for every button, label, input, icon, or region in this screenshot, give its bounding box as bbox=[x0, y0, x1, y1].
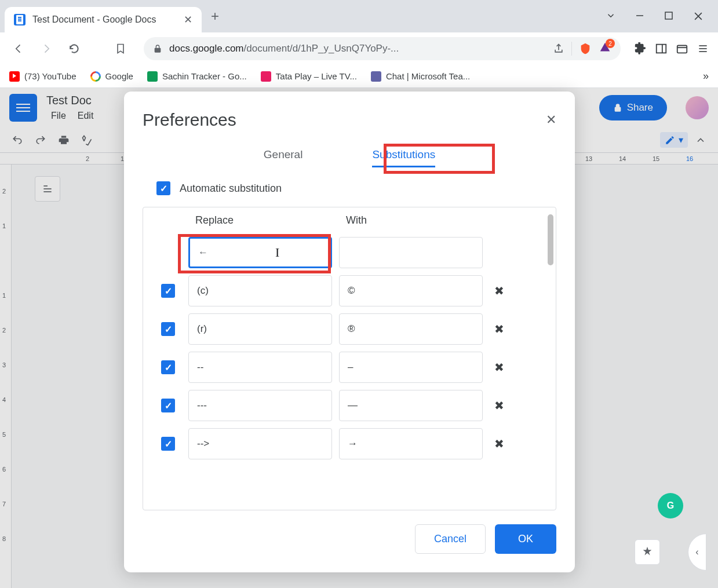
row-checkbox[interactable] bbox=[161, 322, 175, 336]
bookmark-tataplay[interactable]: Tata Play – Live TV... bbox=[261, 71, 357, 82]
with-input[interactable] bbox=[339, 275, 483, 306]
new-tab-button[interactable]: + bbox=[211, 8, 219, 24]
with-input[interactable] bbox=[339, 390, 483, 421]
browser-chrome: Test Document - Google Docs ✕ + docs.goo… bbox=[0, 0, 718, 88]
google-icon bbox=[90, 71, 101, 82]
row-checkbox[interactable] bbox=[161, 284, 175, 298]
back-button[interactable] bbox=[7, 37, 30, 60]
url-bar[interactable]: docs.google.com/document/d/1hP_y_UsnQ7Yo… bbox=[144, 37, 621, 60]
replace-input[interactable] bbox=[188, 275, 332, 306]
tab-bar: Test Document - Google Docs ✕ + bbox=[0, 0, 718, 32]
forward-button[interactable] bbox=[35, 37, 58, 60]
tab-general[interactable]: General bbox=[264, 144, 303, 167]
substitution-new-row: I bbox=[155, 233, 544, 272]
auto-substitution-checkbox[interactable] bbox=[156, 181, 170, 195]
modal-title: Preferences bbox=[143, 110, 236, 130]
collapse-icon[interactable] bbox=[693, 132, 709, 148]
sheets-icon bbox=[147, 71, 158, 82]
reload-button[interactable] bbox=[63, 37, 86, 60]
share-url-icon[interactable] bbox=[553, 43, 564, 54]
docs-favicon-icon bbox=[14, 14, 25, 25]
cancel-button[interactable]: Cancel bbox=[415, 524, 486, 554]
bookmarks-overflow-icon[interactable]: » bbox=[703, 70, 709, 82]
browser-tab[interactable]: Test Document - Google Docs ✕ bbox=[5, 7, 202, 32]
modal-tabs: General Substitutions bbox=[143, 144, 556, 167]
browser-toolbar: docs.google.com/document/d/1hP_y_UsnQ7Yo… bbox=[0, 32, 718, 65]
undo-icon[interactable] bbox=[9, 132, 25, 148]
replace-input[interactable] bbox=[188, 352, 332, 383]
with-input[interactable] bbox=[339, 313, 483, 345]
ok-button[interactable]: OK bbox=[495, 524, 556, 554]
brave-shield-icon[interactable] bbox=[579, 42, 592, 55]
svg-rect-1 bbox=[665, 12, 672, 19]
dropdown-caret-icon: ▾ bbox=[679, 134, 683, 145]
delete-row-icon[interactable]: ✖ bbox=[490, 322, 508, 336]
replace-input[interactable] bbox=[188, 390, 332, 421]
with-input[interactable] bbox=[339, 352, 483, 383]
auto-substitution-label: Automatic substitution bbox=[180, 182, 282, 195]
grammarly-button[interactable]: G bbox=[658, 493, 683, 518]
vertical-ruler[interactable]: 2 1 1 2 3 4 5 6 7 8 bbox=[0, 165, 12, 588]
explore-button[interactable] bbox=[635, 539, 660, 565]
menu-edit[interactable]: Edit bbox=[73, 109, 99, 122]
replace-input[interactable] bbox=[188, 313, 332, 345]
menu-icon[interactable] bbox=[695, 41, 711, 57]
bookmark-google[interactable]: Google bbox=[90, 71, 133, 82]
delete-row-icon[interactable]: ✖ bbox=[490, 360, 508, 374]
extensions-icon[interactable] bbox=[632, 41, 648, 57]
tab-title: Test Document - Google Docs bbox=[32, 14, 177, 25]
teams-icon bbox=[371, 71, 381, 82]
substitution-row: ✖ bbox=[155, 386, 544, 425]
delete-row-icon[interactable]: ✖ bbox=[490, 284, 508, 298]
editing-mode-button[interactable]: ▾ bbox=[660, 132, 688, 148]
preferences-modal: Preferences ✕ General Substitutions Auto… bbox=[124, 92, 575, 572]
close-tab-icon[interactable]: ✕ bbox=[184, 13, 192, 26]
svg-rect-6 bbox=[677, 46, 687, 53]
outline-button[interactable] bbox=[35, 176, 60, 202]
header-replace: Replace bbox=[195, 214, 339, 227]
redo-icon[interactable] bbox=[32, 132, 49, 148]
with-input[interactable] bbox=[339, 428, 483, 459]
close-modal-icon[interactable]: ✕ bbox=[546, 112, 556, 127]
youtube-icon bbox=[9, 71, 20, 82]
url-text: docs.google.com/document/d/1hP_y_UsnQ7Yo… bbox=[169, 43, 546, 54]
with-input-new[interactable] bbox=[339, 237, 483, 268]
chevron-down-icon[interactable] bbox=[606, 10, 616, 21]
row-checkbox[interactable] bbox=[161, 399, 175, 412]
scrollbar-thumb[interactable] bbox=[548, 214, 553, 265]
lock-icon bbox=[613, 103, 622, 112]
share-button[interactable]: Share bbox=[599, 95, 667, 120]
row-checkbox[interactable] bbox=[161, 360, 175, 374]
substitution-row: ✖ bbox=[155, 425, 544, 463]
bookmark-button[interactable] bbox=[109, 37, 132, 60]
replace-input-new[interactable] bbox=[188, 237, 332, 268]
bookmark-youtube[interactable]: (73) YouTube bbox=[9, 71, 76, 82]
delete-row-icon[interactable]: ✖ bbox=[490, 437, 508, 451]
spellcheck-icon[interactable] bbox=[79, 132, 95, 148]
substitutions-table: Replace With I ✖ bbox=[143, 207, 556, 510]
bookmark-teams[interactable]: Chat | Microsoft Tea... bbox=[371, 71, 470, 82]
replace-input[interactable] bbox=[188, 428, 332, 459]
docs-logo-icon[interactable] bbox=[9, 94, 37, 122]
window-controls bbox=[606, 10, 713, 22]
tab-substitutions[interactable]: Substitutions bbox=[372, 144, 435, 167]
header-with: With bbox=[346, 214, 511, 227]
bookmark-sheets[interactable]: Sachin Tracker - Go... bbox=[147, 71, 247, 82]
bookmarks-bar: (73) YouTube Google Sachin Tracker - Go.… bbox=[0, 65, 718, 88]
maximize-icon[interactable] bbox=[664, 10, 674, 21]
delete-row-icon[interactable]: ✖ bbox=[490, 399, 508, 412]
substitution-row: ✖ bbox=[155, 348, 544, 386]
row-checkbox[interactable] bbox=[161, 437, 175, 451]
svg-rect-4 bbox=[657, 45, 666, 53]
close-window-icon[interactable] bbox=[693, 10, 704, 22]
menu-file[interactable]: File bbox=[46, 109, 71, 122]
tata-icon bbox=[261, 71, 271, 82]
wallet-icon[interactable] bbox=[674, 41, 690, 57]
lock-icon bbox=[153, 44, 162, 53]
brave-rewards-icon[interactable]: 2 bbox=[599, 41, 611, 56]
print-icon[interactable] bbox=[56, 132, 72, 148]
sidebar-icon[interactable] bbox=[653, 41, 669, 57]
minimize-icon[interactable] bbox=[635, 10, 645, 21]
substitution-row: ✖ bbox=[155, 272, 544, 310]
avatar[interactable] bbox=[686, 96, 709, 119]
